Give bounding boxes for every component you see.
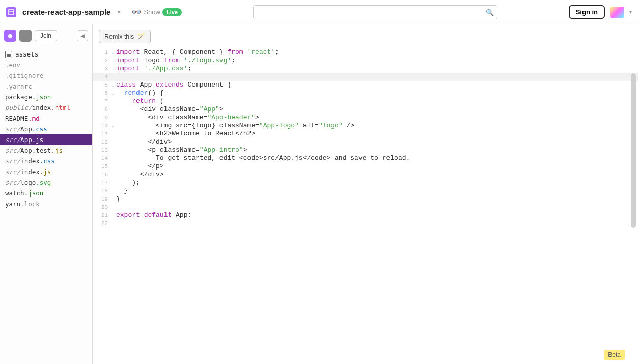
code-line[interactable]: 2import logo from './logo.svg'; [93,57,638,65]
gutter-line-number: 13 [93,146,113,154]
code-line[interactable]: 20 [93,203,638,211]
search-input[interactable] [254,6,497,19]
code-text[interactable]: } [113,195,638,203]
avatar-1-icon[interactable]: ☻ [4,30,16,42]
file-item[interactable]: .env [0,60,92,70]
file-item[interactable]: src/App.css [0,124,92,134]
eyeglasses-icon: 👓 [131,7,142,17]
code-editor[interactable]: 1⌄import React, { Component } from 'reac… [93,48,638,364]
gutter-line-number: 18 [93,187,113,195]
code-line[interactable]: 15 </p> [93,162,638,171]
file-item[interactable]: watch.json [0,188,92,199]
code-line[interactable]: 12 </div> [93,138,638,146]
code-text[interactable]: import './App.css'; [113,65,638,73]
code-text[interactable]: <img src={logo} className="App-logo" alt… [113,122,638,130]
file-item[interactable]: .yarnrc [0,81,92,92]
assets-icon [5,51,12,58]
code-text[interactable]: <p className="App-intro"> [113,146,638,154]
code-line[interactable]: 16 </div> [93,171,638,179]
code-line[interactable]: 18 } [93,187,638,195]
header: create-react-app-sample ▾ 👓 Show Live 🔍 … [0,0,638,24]
code-text[interactable]: </p> [113,162,638,171]
file-item[interactable]: public/index.html [0,102,92,113]
account-dropdown-icon[interactable]: ▾ [629,9,632,15]
fold-icon[interactable]: ⌄ [112,81,114,90]
main: ☻ Join ◀ assets .env.gitignore.yarnrcpac… [0,24,638,364]
code-text[interactable]: </div> [113,171,638,179]
code-line[interactable]: 7 return ( [93,97,638,105]
file-item[interactable]: package.json [0,92,92,102]
code-line[interactable]: 22 [93,219,638,228]
signin-button[interactable]: Sign in [569,5,605,19]
gutter-line-number: 5⌄ [93,81,113,89]
show-button[interactable]: 👓 Show Live [131,7,182,17]
scrollbar-thumb[interactable] [631,73,636,228]
gutter-line-number: 16 [93,171,113,179]
file-item[interactable]: .gitignore [0,70,92,81]
file-item[interactable]: README.md [0,113,92,124]
code-text[interactable]: class App extends Component { [113,81,638,89]
search-box[interactable]: 🔍 [253,5,497,19]
scrollbar-vertical[interactable] [630,73,637,349]
remix-label: Remix this [104,33,134,40]
file-item[interactable]: yarn.lock [0,199,92,209]
file-item[interactable]: src/App.test.js [0,145,92,156]
code-text[interactable] [113,73,638,81]
code-text[interactable]: <div className="App"> [113,105,638,114]
code-text[interactable]: return ( [113,97,638,105]
gutter-line-number: 21 [93,211,113,219]
file-item[interactable]: src/App.js [0,134,92,145]
code-line[interactable]: 21export default App; [93,211,638,219]
code-text[interactable]: import React, { Component } from 'react'… [113,48,638,57]
code-text[interactable]: To get started, edit <code>src/App.js</c… [113,154,638,162]
project-icon [6,7,16,17]
fold-icon[interactable]: ⌄ [112,49,114,57]
file-item[interactable]: src/index.css [0,156,92,166]
search-icon: 🔍 [486,8,494,16]
show-label: Show [144,8,160,16]
fold-icon[interactable]: ⌄ [112,122,114,130]
code-text[interactable] [113,203,638,211]
code-line[interactable]: 13 <p className="App-intro"> [93,146,638,154]
code-line[interactable]: 11 <h2>Welcome to React</h2> [93,130,638,138]
code-text[interactable] [113,219,638,228]
file-item[interactable]: src/index.js [0,166,92,177]
code-line[interactable]: 3import './App.css'; [93,65,638,73]
glitch-logo-icon[interactable] [610,7,624,18]
join-button[interactable]: Join [35,30,57,41]
assets-folder[interactable]: assets [0,49,92,60]
svg-rect-0 [9,10,14,15]
code-text[interactable]: ); [113,179,638,187]
code-text[interactable]: <h2>Welcome to React</h2> [113,130,638,138]
project-dropdown-icon[interactable]: ▾ [118,9,120,15]
code-line[interactable]: 6⌄ render() { [93,89,638,97]
file-list: assets .env.gitignore.yarnrcpackage.json… [0,47,92,211]
code-text[interactable]: } [113,187,638,195]
search-container: 🔍 [188,5,563,19]
code-line[interactable]: 4 [93,73,638,81]
code-line[interactable]: 1⌄import React, { Component } from 'reac… [93,48,638,57]
code-line[interactable]: 14 To get started, edit <code>src/App.js… [93,154,638,162]
project-name[interactable]: create-react-app-sample [22,8,110,16]
fold-icon[interactable]: ⌄ [112,90,114,98]
code-line[interactable]: 9 <div className="App-header"> [93,114,638,122]
code-text[interactable]: render() { [113,89,638,97]
file-item[interactable]: src/logo.svg [0,177,92,188]
gutter-line-number: 2 [93,57,113,65]
code-text[interactable]: <div className="App-header"> [113,114,638,122]
code-line[interactable]: 19} [93,195,638,203]
code-line[interactable]: 10⌄ <img src={logo} className="App-logo"… [93,122,638,130]
code-text[interactable]: </div> [113,138,638,146]
remix-button[interactable]: Remix this 🪄 [99,30,151,43]
code-text[interactable]: export default App; [113,211,638,219]
sidebar: ☻ Join ◀ assets .env.gitignore.yarnrcpac… [0,24,93,364]
code-line[interactable]: 17 ); [93,179,638,187]
code-line[interactable]: 5⌄class App extends Component { [93,81,638,89]
collapse-sidebar-button[interactable]: ◀ [77,30,88,41]
code-text[interactable]: import logo from './logo.svg'; [113,57,638,65]
gutter-line-number: 7 [93,97,113,105]
gutter-line-number: 10⌄ [93,122,113,130]
avatar-2-icon[interactable] [19,30,32,42]
code-line[interactable]: 8 <div className="App"> [93,105,638,114]
gutter-line-number: 17 [93,179,113,187]
